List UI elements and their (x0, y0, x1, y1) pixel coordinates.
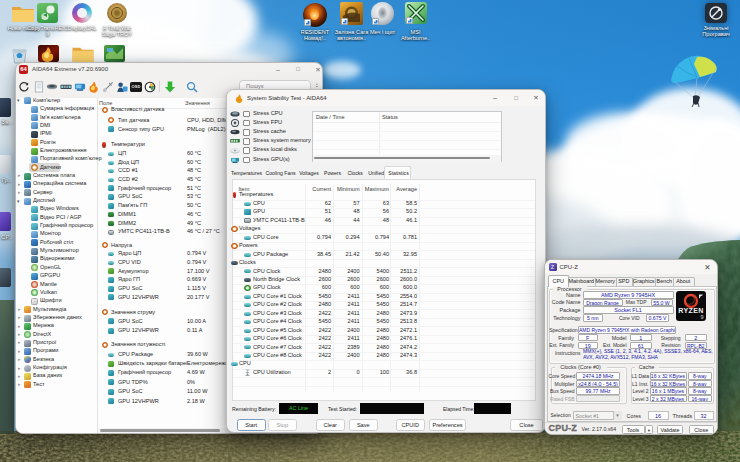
svg-text:9: 9 (700, 314, 703, 320)
svg-text:RYZEN: RYZEN (678, 307, 703, 314)
